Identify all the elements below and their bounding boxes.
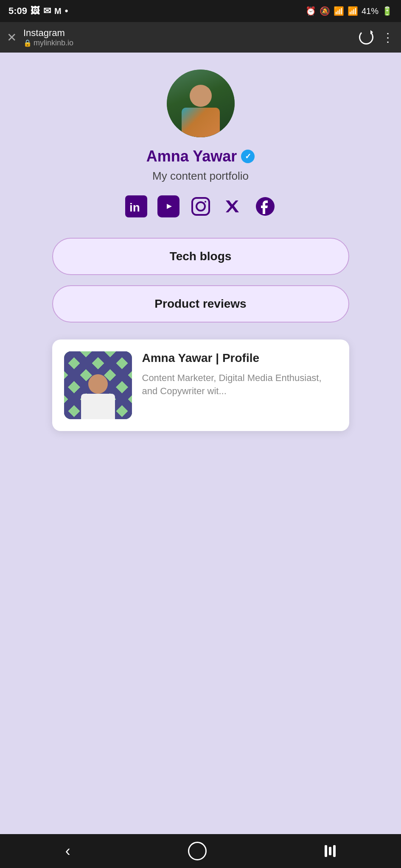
photo-icon: 🖼 bbox=[31, 6, 40, 17]
alarm-icon: ⏰ bbox=[306, 6, 316, 16]
mail-icon: ✉ bbox=[43, 6, 51, 17]
bar3 bbox=[333, 845, 336, 857]
tech-blogs-button[interactable]: Tech blogs bbox=[52, 238, 349, 275]
back-button[interactable]: ‹ bbox=[53, 838, 83, 864]
browser-info: Instagram 🔒 mylinkinb.io bbox=[23, 28, 352, 47]
browser-title: Instagram bbox=[23, 28, 352, 39]
avatar-image bbox=[167, 70, 235, 137]
avatar bbox=[167, 70, 235, 137]
mail-m-icon: M bbox=[54, 6, 62, 16]
card-info: Amna Yawar | Profile Content Marketer, D… bbox=[142, 351, 337, 398]
status-right: ⏰ 🔕 📶 📶 41% 🔋 bbox=[306, 6, 393, 16]
profile-card[interactable]: Amna Yawar | Profile Content Marketer, D… bbox=[52, 339, 349, 431]
card-body bbox=[81, 394, 115, 419]
status-bar: 5:09 🖼 ✉ M • ⏰ 🔕 📶 📶 41% 🔋 bbox=[0, 0, 401, 22]
card-head bbox=[88, 374, 108, 394]
verified-badge: ✓ bbox=[241, 150, 255, 163]
linkedin-icon[interactable]: in bbox=[125, 195, 147, 217]
avatar-container bbox=[167, 70, 235, 137]
lock-icon: 🔒 bbox=[23, 39, 32, 47]
wifi-icon: 📶 bbox=[334, 6, 344, 16]
product-reviews-button[interactable]: Product reviews bbox=[52, 285, 349, 323]
card-description: Content Marketer, Digital Media Enthusia… bbox=[142, 372, 337, 398]
home-button[interactable] bbox=[188, 842, 207, 860]
profile-subtitle: My content portfolio bbox=[152, 170, 249, 183]
recents-button[interactable] bbox=[312, 841, 348, 861]
signal-icon: 📶 bbox=[348, 6, 358, 16]
svg-point-6 bbox=[205, 201, 206, 203]
bottom-nav: ‹ bbox=[0, 834, 401, 868]
browser-url: 🔒 mylinkinb.io bbox=[23, 39, 352, 47]
dot-indicator: • bbox=[65, 6, 68, 17]
svg-rect-4 bbox=[192, 198, 209, 215]
card-thumbnail bbox=[64, 351, 132, 419]
browser-actions: ⋮ bbox=[359, 30, 394, 45]
status-left: 5:09 🖼 ✉ M • bbox=[8, 6, 68, 17]
social-icons: in bbox=[125, 195, 276, 217]
browser-bar: ✕ Instagram 🔒 mylinkinb.io ⋮ bbox=[0, 22, 401, 53]
svg-text:in: in bbox=[129, 201, 140, 214]
bar1 bbox=[325, 845, 327, 857]
profile-name: Amna Yawar ✓ bbox=[146, 147, 255, 165]
url-text: mylinkinb.io bbox=[34, 39, 73, 47]
instagram-icon[interactable] bbox=[190, 195, 212, 217]
reload-button[interactable] bbox=[359, 30, 373, 45]
battery-text: 41% bbox=[362, 6, 379, 16]
browser-menu-button[interactable]: ⋮ bbox=[382, 31, 394, 45]
main-content: Amna Yawar ✓ My content portfolio in bbox=[0, 53, 401, 834]
avatar-body bbox=[182, 108, 220, 137]
close-button[interactable]: ✕ bbox=[7, 31, 17, 45]
svg-point-5 bbox=[196, 202, 205, 211]
twitter-x-icon[interactable] bbox=[222, 195, 244, 217]
card-person bbox=[81, 374, 115, 419]
youtube-icon[interactable] bbox=[157, 195, 179, 217]
bar2 bbox=[329, 847, 331, 855]
avatar-head bbox=[190, 85, 212, 107]
profile-name-text: Amna Yawar bbox=[146, 147, 237, 165]
status-time: 5:09 bbox=[8, 6, 27, 17]
battery-icon: 🔋 bbox=[382, 6, 393, 16]
card-name: Amna Yawar | Profile bbox=[142, 351, 337, 365]
facebook-icon[interactable] bbox=[254, 195, 276, 217]
mute-icon: 🔕 bbox=[320, 6, 330, 16]
